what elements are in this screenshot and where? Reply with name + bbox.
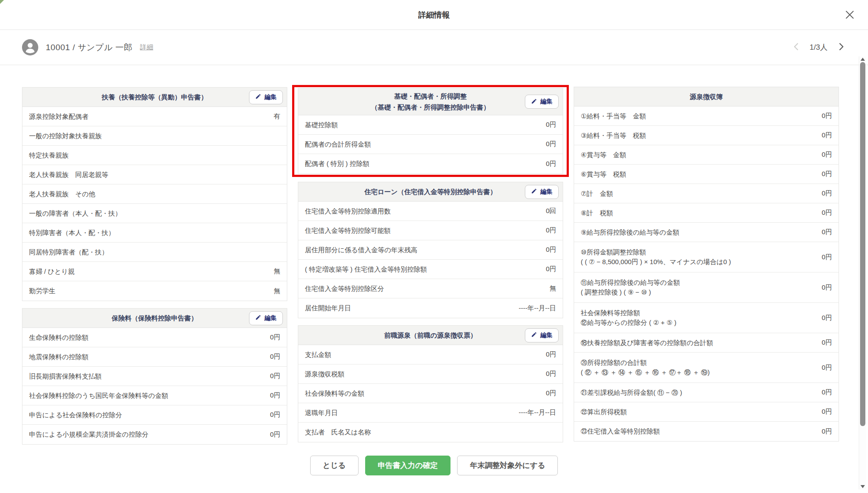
modal-title-bar: 詳細情報 (0, 0, 868, 30)
scrollbar[interactable] (859, 56, 866, 489)
table-row: 住宅借入金等特別控除区分無 (298, 279, 563, 298)
row-label: 寡婦 / ひとり親 (29, 262, 75, 281)
table-row: 申告による社会保険料の控除分0円 (22, 405, 287, 425)
avatar (22, 39, 38, 55)
row-value: 0円 (822, 151, 832, 159)
row-label: ⑨給与所得控除後の給与等の金額 (581, 223, 679, 242)
scroll-up-icon[interactable] (861, 58, 865, 61)
row-value: 0円 (822, 427, 832, 436)
page-indicator: 1/3人 (809, 42, 828, 52)
highlight-box: 基礎・配偶者・所得調整（基礎・配偶者・所得調整控除申告書）編集基礎控除額0円配偶… (292, 85, 569, 177)
pencil-icon (255, 314, 261, 322)
row-value: 0円 (546, 389, 556, 397)
table-title: 扶養（扶養控除等（異動）申告書） (102, 92, 208, 103)
row-value: 0円 (822, 338, 832, 347)
table-row: ㉑差引課税給与所得金額( ⑪ − ⑳ )0円 (574, 383, 839, 402)
edit-button-kiso[interactable]: 編集 (525, 95, 559, 109)
table-title: 基礎・配偶者・所得調整 (394, 91, 467, 102)
table-row: ⑥賞与等 税額0円 (574, 165, 839, 184)
table-row: 退職年月日----年--月--日 (298, 403, 563, 423)
row-label: 支払金額 (305, 346, 331, 364)
row-label: 特定扶養親族 (29, 146, 69, 165)
row-label: 社会保険料控除のうち国民年金保険料等の金額 (29, 386, 168, 405)
table-subtitle: （基礎・配偶者・所得調整控除申告書） (371, 102, 490, 113)
pencil-icon (531, 98, 537, 106)
scroll-down-icon[interactable] (861, 485, 865, 488)
row-label: 特別障害者（本人・配・扶） (29, 224, 115, 242)
edit-button-label: 編集 (264, 93, 277, 101)
table-row: 源泉徴収税額0円 (298, 364, 563, 384)
table-row: 源泉控除対象配偶者有 (22, 107, 287, 126)
table-row: 同居特別障害者（配・扶） (22, 243, 287, 262)
confirm-declaration-button[interactable]: 申告書入力の確定 (365, 456, 450, 475)
table-row: 旧長期損害保険料支払額0円 (22, 367, 287, 386)
row-label: ④賞与等 金額 (581, 146, 626, 164)
table-row: 居住開始年月日----年--月--日 (298, 298, 563, 318)
table-row: ⑧計 税額0円 (574, 203, 839, 223)
employee-detail-link[interactable]: 詳細 (140, 43, 153, 52)
edit-button-fuyou[interactable]: 編集 (249, 90, 283, 104)
row-value: 0円 (822, 209, 832, 217)
table-fuyou: 扶養（扶養控除等（異動）申告書）編集源泉控除対象配偶者有一般の控除対象扶養親族特… (22, 87, 287, 301)
row-label: ⑧計 税額 (581, 204, 613, 222)
prev-employee-button[interactable] (791, 43, 801, 52)
page-title: 詳細情報 (418, 10, 450, 20)
table-row: ㉓住宅借入金等特別控除額0円 (574, 422, 839, 441)
row-label: 源泉徴収税額 (305, 365, 344, 383)
row-value: 0円 (270, 333, 280, 342)
row-value: 0円 (546, 226, 556, 235)
row-label: 勤労学生 (29, 282, 55, 300)
edit-button-zenshoku[interactable]: 編集 (525, 328, 559, 342)
row-label: 社会保険料等控除額⑫給与等からの控除分 ( ② + ⑤ ) (581, 304, 677, 332)
table-header-jutaku: 住宅ローン（住宅借入金等特別控除申告書）編集 (298, 182, 563, 202)
row-label: ㉑差引課税給与所得金額( ⑪ − ⑳ ) (581, 383, 682, 402)
exclude-year-end-adjustment-button[interactable]: 年末調整対象外にする (457, 456, 558, 475)
table-row: 特別障害者（本人・配・扶） (22, 223, 287, 243)
next-employee-button[interactable] (836, 43, 846, 52)
table-row: 配偶者 ( 特別 ) 控除額0円 (298, 154, 563, 173)
row-value: 0円 (822, 408, 832, 416)
column-right: 源泉徴収簿①給料・手当等 金額0円③給料・手当等 税額0円④賞与等 金額0円⑥賞… (574, 65, 839, 446)
row-value: 0円 (546, 265, 556, 273)
row-value: 0円 (822, 131, 832, 140)
row-label: ⑥賞与等 税額 (581, 165, 626, 184)
table-row: 居住用部分に係る借入金等の年末残高0円 (298, 240, 563, 260)
table-header-kiso: 基礎・配偶者・所得調整（基礎・配偶者・所得調整控除申告書）編集 (298, 88, 563, 115)
table-row: 社会保険料等の金額0円 (298, 384, 563, 403)
row-label: 旧長期損害保険料支払額 (29, 367, 102, 386)
row-label: 生命保険料の控除額 (29, 328, 88, 347)
row-value: 0円 (546, 370, 556, 378)
row-value: 0円 (822, 283, 832, 292)
row-label: ( 特定増改築等 ) 住宅借入金等特別控除額 (305, 260, 427, 279)
row-label: 同居特別障害者（配・扶） (29, 243, 108, 261)
table-row: 地震保険料の控除額0円 (22, 347, 287, 367)
row-value: 無 (274, 287, 280, 295)
edit-button-label: 編集 (540, 331, 553, 339)
table-row: ③給料・手当等 税額0円 (574, 126, 839, 145)
row-sublabel: ⑫給与等からの控除分 ( ② + ⑤ ) (581, 318, 677, 327)
table-row: ⑨給与所得控除後の給与等の金額0円 (574, 223, 839, 242)
close-icon[interactable] (844, 9, 855, 20)
table-row: 一般の控除対象扶養親族 (22, 126, 287, 146)
table-title: 保険料（保険料控除申告書） (112, 313, 198, 324)
row-value: 0円 (822, 170, 832, 178)
edit-button-label: 編集 (540, 188, 553, 196)
row-label: 社会保険料等の金額 (305, 384, 364, 403)
scrollbar-thumb[interactable] (860, 62, 865, 426)
table-row: 一般の障害者（本人・配・扶） (22, 204, 287, 223)
edit-button-hokenryo[interactable]: 編集 (249, 311, 283, 325)
table-row: 支払者 氏名又は名称 (298, 423, 563, 442)
column-left: 扶養（扶養控除等（異動）申告書）編集源泉控除対象配偶者有一般の控除対象扶養親族特… (22, 65, 287, 446)
row-label: ⑪給与所得控除後の給与等の金額( 調整控除後 ) ( ⑨ − ⑩ ) (581, 273, 680, 302)
close-button[interactable]: とじる (310, 456, 359, 475)
table-row: ㉒算出所得税額0円 (574, 402, 839, 422)
edit-button-jutaku[interactable]: 編集 (525, 185, 559, 199)
row-label: ⑱扶養控除額及び障害者等の控除額の合計額 (581, 334, 713, 352)
pencil-icon (255, 93, 261, 101)
row-label: 住宅借入金等特別控除適用数 (305, 202, 391, 221)
table-title: 住宅ローン（住宅借入金等特別控除申告書） (364, 186, 497, 197)
row-value: 0円 (822, 253, 832, 261)
row-value: 0円 (546, 246, 556, 254)
table-kiso: 基礎・配偶者・所得調整（基礎・配偶者・所得調整控除申告書）編集基礎控除額0円配偶… (298, 88, 563, 174)
footer-actions: とじる 申告書入力の確定 年末調整対象外にする (0, 446, 868, 493)
